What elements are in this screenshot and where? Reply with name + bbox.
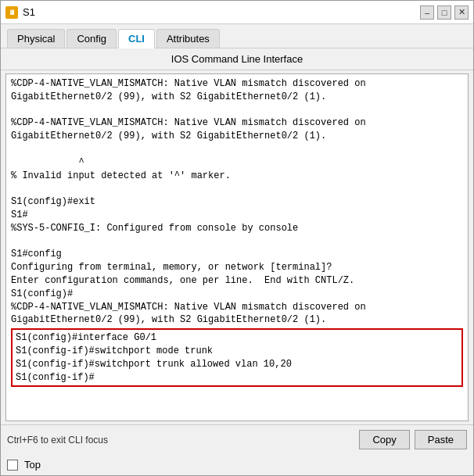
close-button[interactable]: ✕	[454, 5, 469, 20]
cli-highlighted-line: S1(config)#interface G0/1	[16, 331, 458, 345]
tab-physical[interactable]: Physical	[7, 29, 65, 48]
maximize-button[interactable]: □	[437, 5, 451, 20]
tab-cli[interactable]: CLI	[118, 29, 155, 48]
cli-line: %CDP-4-NATIVE_VLAN_MISMATCH: Native VLAN…	[11, 301, 463, 314]
cli-line: %CDP-4-NATIVE_VLAN_MISMATCH: Native VLAN…	[11, 77, 463, 91]
cli-scroll[interactable]: %CDP-4-NATIVE_VLAN_MISMATCH: Native VLAN…	[6, 74, 468, 421]
cli-line: GigabitEthernet0/2 (99), with S2 Gigabit…	[11, 130, 463, 143]
main-window: 🖥 S1 – □ ✕ Physical Config CLI Attribute…	[0, 0, 474, 476]
cli-line: %CDP-4-NATIVE_VLAN_MISMATCH: Native VLAN…	[11, 116, 463, 130]
cli-line: S1#	[11, 209, 463, 222]
tab-config[interactable]: Config	[66, 29, 117, 48]
footer: Top	[1, 454, 473, 475]
window-controls: – □ ✕	[420, 5, 469, 20]
copy-button[interactable]: Copy	[359, 430, 409, 449]
cli-line: GigabitEthernet0/2 (99), with S2 Gigabit…	[11, 91, 463, 104]
cli-line	[11, 182, 463, 195]
cli-focus-hint: Ctrl+F6 to exit CLI focus	[7, 435, 354, 446]
cli-line	[11, 143, 463, 156]
cli-highlighted-block: S1(config)#interface G0/1 S1(config-if)#…	[11, 328, 463, 387]
cli-line: S1(config)#	[11, 288, 463, 301]
cli-line: %SYS-5-CONFIG_I: Configured from console…	[11, 222, 463, 235]
minimize-button[interactable]: –	[420, 5, 434, 20]
paste-button[interactable]: Paste	[415, 430, 467, 449]
cli-line: Configuring from terminal, memory, or ne…	[11, 261, 463, 274]
cli-highlighted-line: S1(config-if)#switchport mode trunk	[16, 345, 458, 358]
bottom-bar: Ctrl+F6 to exit CLI focus Copy Paste	[1, 424, 473, 454]
title-bar: 🖥 S1 – □ ✕	[1, 1, 473, 24]
cli-area[interactable]: %CDP-4-NATIVE_VLAN_MISMATCH: Native VLAN…	[5, 73, 469, 421]
cli-line: GigabitEthernet0/2 (99), with S2 Gigabit…	[11, 313, 463, 327]
top-label: Top	[24, 459, 41, 471]
top-checkbox[interactable]	[7, 460, 18, 471]
window-icon: 🖥	[5, 6, 18, 19]
cli-highlighted-line: S1(config-if)#	[16, 371, 458, 385]
main-content: %CDP-4-NATIVE_VLAN_MISMATCH: Native VLAN…	[1, 70, 473, 454]
tab-bar: Physical Config CLI Attributes	[1, 24, 473, 48]
cli-line: S1#config	[11, 248, 463, 261]
cli-highlighted-line: S1(config-if)#switchport trunk allowed v…	[16, 358, 458, 371]
section-title: IOS Command Line Interface	[1, 48, 473, 70]
cli-line: S1(config)#exit	[11, 195, 463, 209]
cli-line: % Invalid input detected at '^' marker.	[11, 170, 463, 183]
tab-attributes[interactable]: Attributes	[156, 29, 220, 48]
cli-line	[11, 235, 463, 249]
cli-line: Enter configuration commands, one per li…	[11, 274, 463, 288]
cli-line: ^	[11, 156, 463, 170]
window-title: S1	[23, 6, 420, 18]
cli-line	[11, 104, 463, 117]
